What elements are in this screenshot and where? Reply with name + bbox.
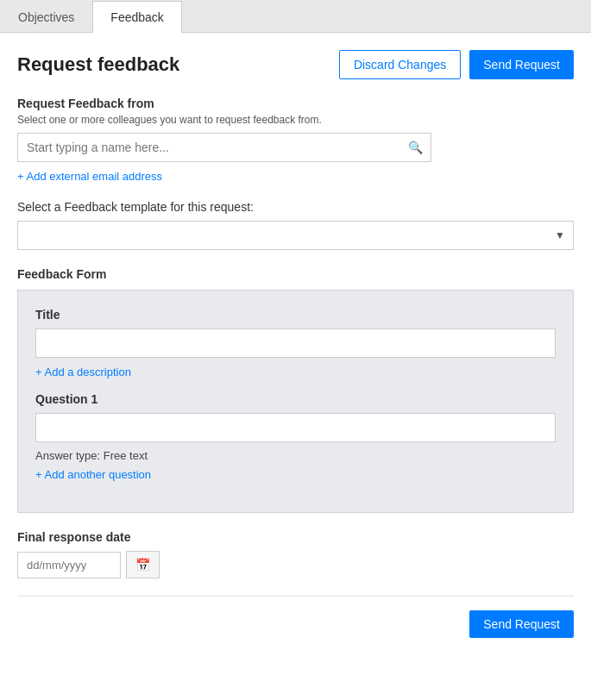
date-row: 📅 bbox=[17, 551, 574, 578]
template-label: Select a Feedback template for this requ… bbox=[17, 200, 574, 214]
template-select[interactable] bbox=[17, 221, 574, 250]
request-feedback-section: Request Feedback from Select one or more… bbox=[17, 97, 574, 200]
title-field-label: Title bbox=[35, 308, 556, 322]
question1-input[interactable] bbox=[35, 413, 556, 442]
send-request-button-top[interactable]: Send Request bbox=[469, 50, 574, 79]
add-description-link[interactable]: + Add a description bbox=[35, 366, 131, 378]
date-input[interactable] bbox=[17, 552, 121, 578]
request-feedback-sublabel: Select one or more colleagues you want t… bbox=[17, 114, 574, 126]
tab-feedback[interactable]: Feedback bbox=[92, 1, 181, 33]
header-buttons: Discard Changes Send Request bbox=[339, 50, 574, 79]
discard-changes-button[interactable]: Discard Changes bbox=[339, 50, 461, 79]
search-wrapper: 🔍 bbox=[17, 133, 431, 162]
request-feedback-label: Request Feedback from bbox=[17, 97, 574, 110]
template-select-wrapper: ▼ bbox=[17, 221, 574, 250]
tab-objectives[interactable]: Objectives bbox=[0, 1, 92, 33]
calendar-button[interactable]: 📅 bbox=[126, 551, 160, 578]
feedback-form-label: Feedback Form bbox=[17, 267, 574, 281]
add-external-email-link[interactable]: + Add external email address bbox=[17, 170, 162, 183]
final-date-section: Final response date 📅 bbox=[17, 530, 574, 578]
send-request-button-bottom[interactable]: Send Request bbox=[469, 610, 574, 638]
page-title: Request feedback bbox=[17, 53, 179, 76]
title-input[interactable] bbox=[35, 328, 556, 358]
feedback-form-box: Title + Add a description Question 1 Ans… bbox=[17, 290, 574, 513]
answer-type-text: Answer type: Free text bbox=[35, 449, 556, 462]
search-input[interactable] bbox=[17, 133, 431, 162]
calendar-icon: 📅 bbox=[135, 558, 150, 572]
bottom-row: Send Request bbox=[17, 610, 574, 638]
search-icon: 🔍 bbox=[408, 141, 423, 154]
template-section: Select a Feedback template for this requ… bbox=[17, 200, 574, 250]
add-another-question-link[interactable]: + Add another question bbox=[35, 468, 151, 481]
feedback-form-section: Feedback Form Title + Add a description … bbox=[17, 267, 574, 513]
final-date-label: Final response date bbox=[17, 530, 574, 544]
main-content: Request feedback Discard Changes Send Re… bbox=[0, 33, 591, 655]
question1-label: Question 1 bbox=[35, 392, 556, 406]
header-row: Request feedback Discard Changes Send Re… bbox=[17, 50, 574, 79]
tabs-bar: Objectives Feedback bbox=[0, 0, 591, 33]
divider bbox=[17, 596, 574, 597]
